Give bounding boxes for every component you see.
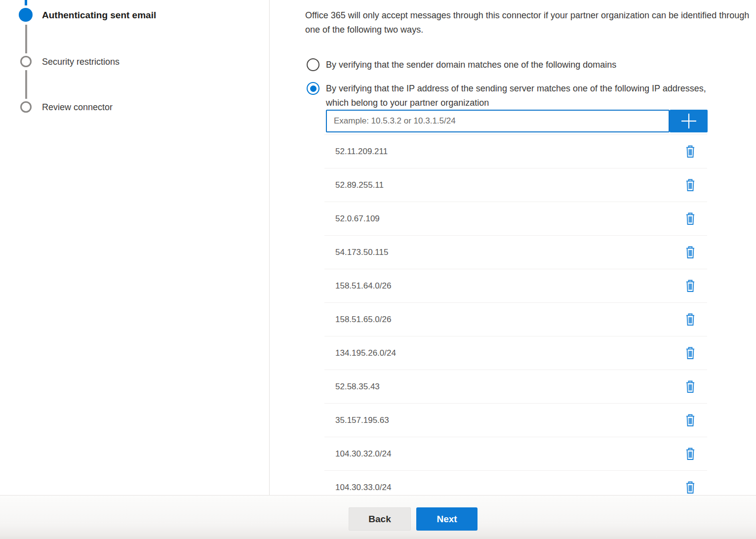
ip-list-item: 52.0.67.109 — [324, 202, 707, 236]
trash-icon — [685, 481, 696, 495]
radio-option-sender-domain[interactable]: By verifying that the sender domain matc… — [307, 58, 616, 72]
wizard-footer: Back Next — [0, 495, 756, 539]
ip-value: 52.11.209.211 — [324, 147, 388, 157]
back-button[interactable]: Back — [349, 507, 411, 531]
delete-ip-button[interactable] — [680, 478, 700, 498]
next-button[interactable]: Next — [416, 507, 477, 531]
wizard-step-content: Office 365 will only accept messages thr… — [270, 0, 756, 495]
ip-value: 158.51.64.0/26 — [324, 281, 391, 291]
ip-list-item: 35.157.195.63 — [324, 404, 707, 437]
ip-list-item: 158.51.64.0/26 — [324, 269, 707, 303]
trash-icon — [685, 346, 696, 360]
add-ip-button[interactable] — [670, 110, 708, 132]
radio-selected-icon[interactable] — [307, 82, 319, 95]
ip-value: 52.0.67.109 — [324, 214, 380, 224]
delete-ip-button[interactable] — [680, 142, 700, 162]
wizard-step-authenticating-sent-email: Authenticating sent email — [42, 10, 156, 21]
ip-list-item: 52.58.35.43 — [324, 370, 707, 404]
connector-wizard-page: Authenticating sent email Security restr… — [0, 0, 756, 539]
step-indicator-icon — [20, 56, 32, 67]
radio-option-ip-address[interactable]: By verifying that the IP address of the … — [307, 82, 730, 110]
trash-icon — [685, 246, 696, 259]
ip-value: 104.30.32.0/24 — [324, 449, 391, 459]
radio-unselected-icon[interactable] — [307, 58, 319, 71]
plus-icon — [680, 112, 698, 130]
delete-ip-button[interactable] — [680, 175, 700, 195]
trash-icon — [685, 145, 696, 159]
ip-value: 52.89.255.11 — [324, 180, 384, 190]
ip-value: 134.195.26.0/24 — [324, 348, 396, 358]
ip-list-item: 158.51.65.0/26 — [324, 303, 707, 336]
delete-ip-button[interactable] — [680, 444, 700, 464]
ip-list-item: 104.30.32.0/24 — [324, 437, 707, 471]
radio-option-label: By verifying that the sender domain matc… — [326, 58, 616, 72]
ip-list-item: 52.89.255.11 — [324, 168, 707, 202]
step-connector-line-top — [25, 0, 27, 5]
ip-address-input[interactable] — [326, 110, 670, 132]
ip-value: 54.173.50.115 — [324, 248, 388, 257]
trash-icon — [685, 313, 696, 327]
ip-value: 35.157.195.63 — [324, 415, 389, 425]
wizard-steps-sidebar: Authenticating sent email Security restr… — [0, 0, 270, 495]
step-connector-line — [25, 70, 27, 99]
delete-ip-button[interactable] — [680, 243, 700, 262]
ip-list-item: 54.173.50.115 — [324, 236, 707, 269]
delete-ip-button[interactable] — [680, 377, 700, 397]
ip-entry-row — [326, 110, 708, 132]
delete-ip-button[interactable] — [680, 310, 700, 330]
ip-value: 52.58.35.43 — [324, 382, 380, 392]
delete-ip-button[interactable] — [680, 209, 700, 229]
ip-value: 104.30.33.0/24 — [324, 483, 391, 493]
trash-icon — [685, 212, 696, 226]
ip-list-item: 134.195.26.0/24 — [324, 336, 707, 370]
step-connector-line — [25, 25, 27, 53]
delete-ip-button[interactable] — [680, 343, 700, 363]
intro-text: Office 365 will only accept messages thr… — [305, 8, 752, 37]
trash-icon — [685, 414, 696, 427]
step-indicator-active-icon — [19, 8, 33, 22]
trash-icon — [685, 447, 696, 461]
trash-icon — [685, 279, 696, 293]
wizard-step-security-restrictions: Security restrictions — [42, 57, 119, 67]
radio-option-label: By verifying that the IP address of the … — [326, 82, 730, 110]
wizard-step-review-connector: Review connector — [42, 102, 113, 113]
ip-value: 158.51.65.0/26 — [324, 315, 391, 325]
trash-icon — [685, 380, 696, 394]
radio-dot — [310, 85, 317, 92]
delete-ip-button[interactable] — [680, 411, 700, 430]
ip-address-list: 52.11.209.211 52.89.25 — [324, 134, 707, 504]
delete-ip-button[interactable] — [680, 276, 700, 296]
trash-icon — [685, 178, 696, 192]
step-indicator-icon — [20, 101, 32, 113]
ip-list-item: 52.11.209.211 — [324, 135, 707, 168]
